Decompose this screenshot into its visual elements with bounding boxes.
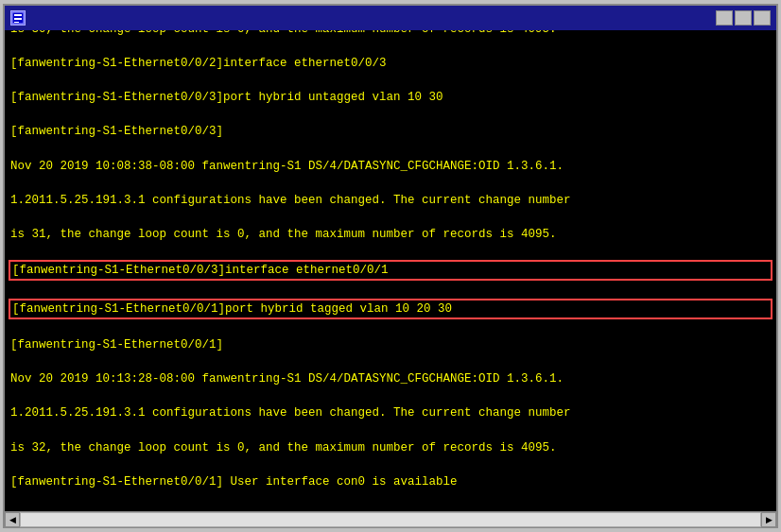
terminal-line: [fanwentring-S1-Ethernet0/0/1] bbox=[10, 336, 771, 353]
close-button[interactable] bbox=[754, 10, 771, 26]
maximize-button[interactable] bbox=[735, 10, 752, 26]
title-bar bbox=[5, 6, 776, 30]
terminal-line: 1.2011.5.25.191.3.1 configurations have … bbox=[10, 192, 771, 209]
terminal-line: 1.2011.5.25.191.3.1 configurations have … bbox=[10, 404, 771, 421]
terminal-line: [fanwentring-S1-Ethernet0/0/3]port hybri… bbox=[10, 89, 771, 106]
window-controls bbox=[716, 10, 771, 26]
terminal-line: is 30, the change loop count is 0, and t… bbox=[10, 30, 771, 38]
terminal-line: Nov 20 2019 10:08:38-08:00 fanwentring-S… bbox=[10, 158, 771, 175]
svg-rect-2 bbox=[14, 18, 22, 20]
horizontal-scrollbar[interactable]: ◀ ▶ bbox=[5, 511, 776, 526]
svg-rect-1 bbox=[14, 14, 22, 16]
scroll-track[interactable] bbox=[20, 512, 761, 527]
minimize-button[interactable] bbox=[716, 10, 733, 26]
scroll-right-button[interactable]: ▶ bbox=[761, 512, 776, 527]
scroll-left-button[interactable]: ◀ bbox=[5, 512, 20, 527]
terminal-container: [fanwentring-S1-Ethernet0/0/4] Nov 20 20… bbox=[5, 30, 776, 511]
terminal-line: [fanwentring-S1-Ethernet0/0/2]interface … bbox=[10, 55, 771, 72]
main-window: [fanwentring-S1-Ethernet0/0/4] Nov 20 20… bbox=[3, 4, 778, 528]
terminal-output[interactable]: [fanwentring-S1-Ethernet0/0/4] Nov 20 20… bbox=[5, 30, 776, 511]
terminal-line: Nov 20 2019 10:13:28-08:00 fanwentring-S… bbox=[10, 370, 771, 387]
highlighted-line: [fanwentring-S1-Ethernet0/0/1]port hybri… bbox=[9, 299, 772, 319]
terminal-line: is 32, the change loop count is 0, and t… bbox=[10, 439, 771, 456]
svg-rect-3 bbox=[14, 22, 19, 23]
title-bar-left bbox=[10, 10, 31, 26]
highlighted-line: [fanwentring-S1-Ethernet0/0/3]interface … bbox=[9, 260, 772, 281]
terminal-line: [fanwentring-S1-Ethernet0/0/1] User inte… bbox=[10, 473, 771, 490]
terminal-line: [fanwentring-S1-Ethernet0/0/3] bbox=[10, 123, 771, 140]
window-icon bbox=[10, 10, 26, 26]
terminal-line: is 31, the change loop count is 0, and t… bbox=[10, 226, 771, 243]
